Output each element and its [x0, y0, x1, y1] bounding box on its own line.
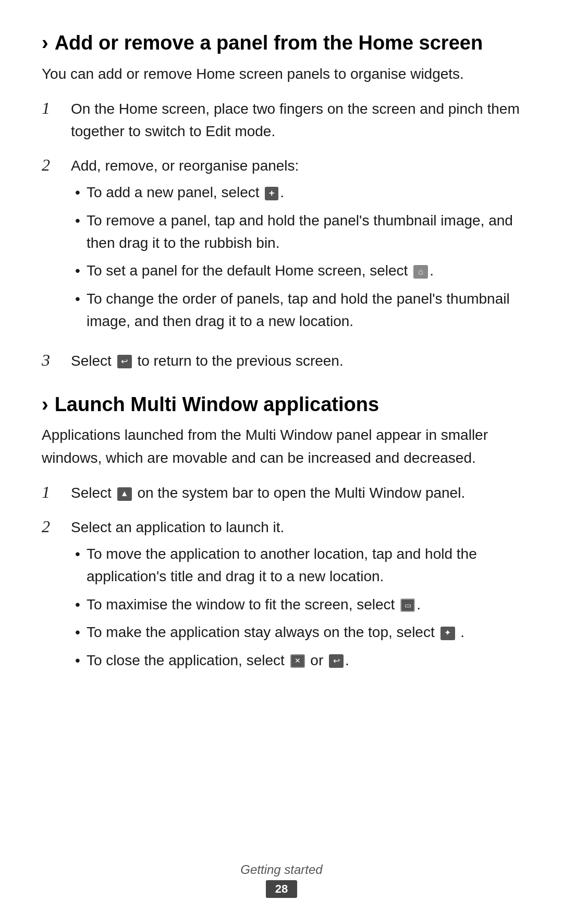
section1-title: › Add or remove a panel from the Home sc… [42, 31, 521, 55]
close-x-icon: ✕ [290, 654, 305, 668]
chevron-icon-2: › [42, 393, 48, 417]
section1-title-text: Add or remove a panel from the Home scre… [55, 31, 483, 55]
step-2: 2 Add, remove, or reorganise panels: To … [42, 154, 521, 338]
step2-bullets: To add a new panel, select +. To remove … [71, 181, 521, 332]
section-add-remove-panel: › Add or remove a panel from the Home sc… [42, 31, 521, 372]
footer-label: Getting started [0, 862, 563, 877]
step-number-1: 1 [42, 98, 63, 119]
section2-step-number-2: 2 [42, 516, 63, 538]
section2-title-text: Launch Multi Window applications [55, 393, 379, 417]
section2-step-1: 1 Select ▲ on the system bar to open the… [42, 482, 521, 504]
back-icon: ↩ [117, 355, 132, 368]
section1-steps: 1 On the Home screen, place two fingers … [42, 98, 521, 372]
section2-bullets: To move the application to another locat… [71, 543, 521, 671]
section2-steps: 1 Select ▲ on the system bar to open the… [42, 482, 521, 677]
section2-title: › Launch Multi Window applications [42, 393, 521, 417]
section1-intro: You can add or remove Home screen panels… [42, 63, 521, 85]
section2-step2-content: Select an application to launch it. To m… [71, 516, 521, 677]
section2-intro: Applications launched from the Multi Win… [42, 424, 521, 469]
plus-icon: + [265, 187, 278, 200]
multiwindow-icon: ▲ [117, 487, 132, 501]
bullet-pin-top: To make the application stay always on t… [71, 621, 521, 643]
footer: Getting started 28 [0, 862, 563, 898]
bullet-reorder-panel: To change the order of panels, tap and h… [71, 287, 521, 333]
section-launch-multiwindow: › Launch Multi Window applications Appli… [42, 393, 521, 677]
step-number-2: 2 [42, 154, 63, 176]
section2-step1-content: Select ▲ on the system bar to open the M… [71, 482, 521, 504]
back-icon-2: ↩ [329, 654, 344, 668]
step3-content: Select ↩ to return to the previous scree… [71, 350, 521, 372]
step1-content: On the Home screen, place two fingers on… [71, 98, 521, 143]
bullet-add-panel: To add a new panel, select +. [71, 181, 521, 203]
step-1: 1 On the Home screen, place two fingers … [42, 98, 521, 143]
footer-page-number: 28 [266, 880, 297, 898]
bullet-close-app: To close the application, select ✕ or ↩. [71, 649, 521, 671]
bullet-default-panel: To set a panel for the default Home scre… [71, 259, 521, 282]
bullet-remove-panel: To remove a panel, tap and hold the pane… [71, 209, 521, 255]
step-number-3: 3 [42, 350, 63, 371]
bullet-maximise: To maximise the window to fit the screen… [71, 593, 521, 616]
step2-content: Add, remove, or reorganise panels: To ad… [71, 154, 521, 338]
step-3: 3 Select ↩ to return to the previous scr… [42, 350, 521, 372]
chevron-icon: › [42, 31, 48, 55]
bullet-move-app: To move the application to another locat… [71, 543, 521, 588]
section2-step-2: 2 Select an application to launch it. To… [42, 516, 521, 677]
maximize-icon: ▭ [400, 598, 415, 612]
section2-step-number-1: 1 [42, 482, 63, 503]
home-icon: ⌂ [413, 265, 428, 279]
pin-icon: ✦ [440, 627, 455, 640]
